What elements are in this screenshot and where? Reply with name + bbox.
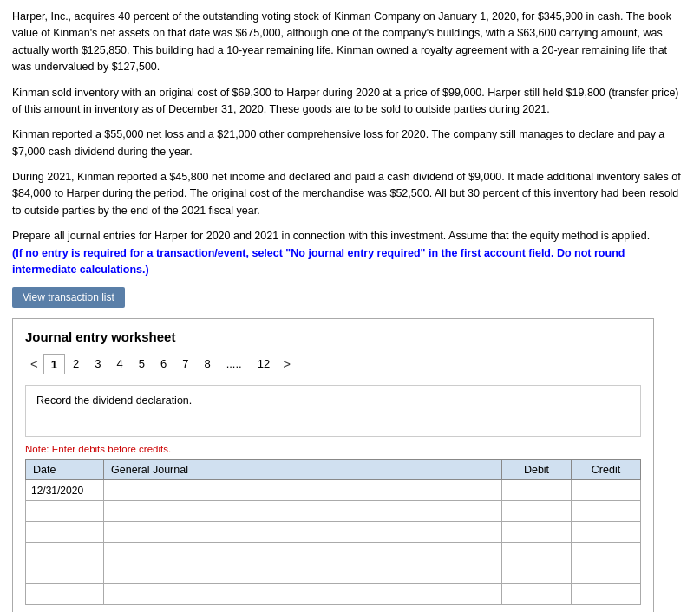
- view-transaction-list-button[interactable]: View transaction list: [12, 287, 125, 308]
- tab-4[interactable]: 4: [108, 353, 130, 374]
- debit-cell[interactable]: [502, 584, 572, 605]
- header-debit: Debit: [502, 460, 572, 480]
- journal-table: Date General Journal Debit Credit 12/31/…: [25, 459, 641, 605]
- date-cell[interactable]: [26, 501, 104, 522]
- table-row: [26, 543, 641, 563]
- tab-5[interactable]: 5: [131, 353, 153, 374]
- credit-cell[interactable]: [572, 563, 641, 584]
- tab-8[interactable]: 8: [196, 353, 218, 374]
- table-row: 12/31/2020: [26, 480, 641, 501]
- credit-cell[interactable]: [572, 501, 641, 522]
- tab-navigation: < 1 2 3 4 5 6 7 8 ..... 12 >: [25, 353, 641, 374]
- note-text: Note: Enter debits before credits.: [25, 444, 641, 454]
- tab-3[interactable]: 3: [87, 353, 108, 374]
- header-date: Date: [26, 460, 104, 480]
- debit-cell[interactable]: [502, 480, 572, 501]
- credit-cell[interactable]: [572, 522, 641, 543]
- tab-next-arrow[interactable]: >: [278, 356, 296, 371]
- date-cell[interactable]: [26, 522, 104, 543]
- credit-cell[interactable]: [572, 543, 641, 563]
- tab-1[interactable]: 1: [43, 354, 65, 374]
- credit-cell[interactable]: [572, 480, 641, 501]
- credit-cell[interactable]: [572, 584, 641, 605]
- header-credit: Credit: [572, 460, 641, 480]
- general-journal-cell[interactable]: [104, 501, 502, 522]
- tab-7[interactable]: 7: [174, 353, 196, 374]
- tab-2[interactable]: 2: [65, 353, 87, 374]
- table-row: [26, 501, 641, 522]
- general-journal-cell[interactable]: [104, 584, 502, 605]
- worksheet-title: Journal entry worksheet: [25, 329, 641, 344]
- table-row: [26, 563, 641, 584]
- date-cell[interactable]: [26, 563, 104, 584]
- paragraph-4: During 2021, Kinman reported a $45,800 n…: [12, 169, 688, 219]
- instruction-box: Record the dividend declaration.: [25, 385, 641, 437]
- debit-cell[interactable]: [502, 522, 572, 543]
- debit-cell[interactable]: [502, 543, 572, 563]
- tab-prev-arrow[interactable]: <: [25, 356, 43, 371]
- instruction-text: Record the dividend declaration.: [36, 394, 192, 407]
- date-cell[interactable]: [26, 584, 104, 605]
- general-journal-cell[interactable]: [104, 563, 502, 584]
- general-journal-cell[interactable]: [104, 480, 502, 501]
- date-cell[interactable]: 12/31/2020: [26, 480, 104, 501]
- general-journal-cell[interactable]: [104, 543, 502, 563]
- worksheet-container: Journal entry worksheet < 1 2 3 4 5 6 7 …: [12, 318, 654, 612]
- table-row: [26, 522, 641, 543]
- tab-12[interactable]: 12: [250, 353, 278, 374]
- tab-ellipsis: .....: [219, 353, 250, 374]
- header-general-journal: General Journal: [104, 460, 502, 480]
- table-row: [26, 584, 641, 605]
- paragraph-1: Harper, Inc., acquires 40 percent of the…: [12, 9, 688, 76]
- paragraph-5: Prepare all journal entries for Harper f…: [12, 228, 688, 278]
- debit-cell[interactable]: [502, 501, 572, 522]
- paragraph-2: Kinman sold inventory with an original c…: [12, 85, 688, 119]
- intro-section: Harper, Inc., acquires 40 percent of the…: [12, 9, 688, 278]
- tab-6[interactable]: 6: [153, 353, 174, 374]
- general-journal-cell[interactable]: [104, 522, 502, 543]
- debit-cell[interactable]: [502, 563, 572, 584]
- date-cell[interactable]: [26, 543, 104, 563]
- paragraph-3: Kinman reported a $55,000 net loss and a…: [12, 127, 688, 160]
